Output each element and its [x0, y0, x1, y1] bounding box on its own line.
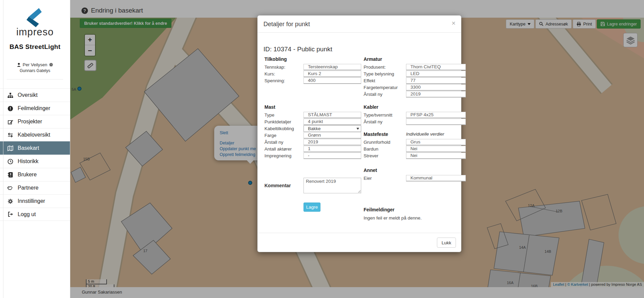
- sidebar-item-label: Kabeloversikt: [18, 132, 50, 138]
- antall-aktorer-input[interactable]: [303, 146, 361, 152]
- close-icon[interactable]: ×: [452, 20, 456, 27]
- kabler-arstall-input[interactable]: [406, 119, 466, 125]
- kabeltilkobling-select[interactable]: Bakke: [303, 125, 361, 132]
- field-label: Spenning:: [264, 78, 303, 83]
- section-title-kabler: Kabler: [364, 104, 465, 110]
- point-heading: ID: 10374 - Public punkt: [263, 46, 332, 53]
- impreso-logo-text: impreso: [0, 27, 70, 38]
- field-label: Bardun: [364, 146, 406, 152]
- field-label: Tennskap:: [264, 65, 303, 70]
- edit-icon: [7, 119, 13, 125]
- eier-input[interactable]: [406, 175, 466, 181]
- point-details-modal: Detaljer for punkt × ID: 10374 - Public …: [257, 15, 461, 252]
- armatur-arstall-input[interactable]: [406, 91, 466, 98]
- field-label: Type/tverrsnitt: [364, 112, 406, 118]
- grunnforhold-input[interactable]: [406, 139, 466, 145]
- field-row-produsent: Produsent:: [364, 64, 465, 70]
- section-title-annet: Annet: [364, 168, 465, 173]
- modal-body: ID: 10374 - Public punkt Tilkobling Tenn…: [258, 33, 461, 233]
- field-row-mast-arstall: Årstall ny: [264, 139, 363, 145]
- mast-type-input[interactable]: [303, 112, 361, 118]
- impreso-logo-icon: [24, 7, 45, 27]
- field-label: Impregnering: [264, 153, 303, 158]
- field-row-farge: Farge: [264, 132, 363, 139]
- feilmeldinger-block: Feilmeldinger Ingen feil er meldt på den…: [364, 207, 465, 221]
- field-row-effekt: Effekt: [364, 77, 465, 84]
- section-title-armatur: Armatur: [364, 56, 465, 62]
- sidebar-item-brukere[interactable]: Brukere: [0, 168, 70, 181]
- sign-out-icon: [7, 211, 13, 217]
- field-label: Antall aktører: [264, 146, 303, 152]
- field-label: Eier: [364, 176, 406, 181]
- field-row-impregnering: Impregnering: [264, 152, 363, 159]
- main-content: 5A 15B 17 12A 12B 14A 14B 16A 16B: [70, 0, 644, 298]
- section-title-mastefeste: Mastefeste Individuelle verdier: [364, 132, 465, 137]
- produsent-input[interactable]: [406, 64, 466, 70]
- sidebar-item-basekart[interactable]: Basekart: [0, 141, 70, 155]
- section-title-tilkobling: Tilkobling: [264, 56, 363, 62]
- user-line: Per Veilysen: [0, 62, 70, 67]
- modal-column-left: Tilkobling Tennskap: Kurs: Spenning: Mas…: [264, 56, 363, 212]
- sidebar-item-label: Innstillinger: [18, 198, 45, 204]
- user-name: Per Veilysen: [23, 62, 47, 67]
- sidebar-item-kabeloversikt[interactable]: Kabeloversikt: [0, 128, 70, 141]
- sidebar-edge-line: [3, 0, 3, 298]
- field-row-armatur-arstall: Årstall ny: [364, 91, 465, 98]
- field-label: Type belysning: [364, 71, 406, 76]
- modal-title: Detaljer for punkt: [263, 21, 310, 28]
- sidebar-item-label: Partnere: [18, 185, 38, 191]
- tverrsnitt-input[interactable]: [406, 112, 466, 118]
- sidebar-item-partnere[interactable]: Partnere: [0, 181, 70, 194]
- mastefeste-note: Individuelle verdier: [406, 132, 444, 137]
- kurs-input[interactable]: [303, 71, 361, 77]
- field-row-eier: Eier: [364, 175, 465, 181]
- sidebar-item-prosjekter[interactable]: Prosjekter: [0, 115, 70, 128]
- farge-input[interactable]: [303, 132, 361, 139]
- field-row-mast-type: Type: [264, 111, 363, 118]
- app-name: BAS StreetLight: [0, 43, 70, 51]
- sidebar-item-logg-ut[interactable]: Logg ut: [0, 208, 70, 221]
- type-belysning-input[interactable]: [406, 71, 466, 77]
- sidebar-item-oversikt[interactable]: Oversikt: [0, 88, 70, 102]
- kommentar-textarea[interactable]: Renovert 2019: [303, 178, 361, 193]
- field-row-tennskap: Tennskap:: [264, 64, 363, 70]
- bardun-input[interactable]: [406, 146, 466, 152]
- field-row-bardun: Bardun: [364, 145, 465, 152]
- exchange-arrows-icon: [7, 132, 13, 138]
- mast-arstall-input[interactable]: [303, 139, 361, 145]
- save-button[interactable]: Lagre: [303, 203, 320, 212]
- sidebar-item-innstillinger[interactable]: Innstillinger: [0, 194, 70, 208]
- gear-icon: [7, 198, 13, 204]
- punktdetaljer-input[interactable]: [303, 119, 361, 125]
- sidebar-nav: Oversikt Feilmeldinger Prosjekter Kabelo…: [0, 88, 70, 221]
- sidebar-item-feilmeldinger[interactable]: Feilmeldinger: [0, 102, 70, 115]
- sidebar-item-label: Oversikt: [18, 92, 38, 98]
- exclamation-circle-icon: [7, 106, 13, 111]
- tennskap-input[interactable]: [303, 64, 361, 70]
- field-row-grunnforhold: Grunnforhold: [364, 139, 465, 145]
- field-label: Årstall ny: [364, 92, 406, 97]
- sidebar-item-label: Feilmeldinger: [18, 105, 50, 111]
- impregnering-input[interactable]: [303, 153, 361, 159]
- modal-column-right: Armatur Produsent: Type belysning Effekt: [364, 56, 465, 221]
- select-caret-icon: [356, 128, 359, 130]
- field-row-kurs: Kurs:: [264, 70, 363, 77]
- sidebar-item-historikk[interactable]: Historikk: [0, 155, 70, 168]
- fargetemperatur-input[interactable]: [406, 84, 466, 91]
- kabeltilkobling-selected-value: Bakke: [308, 126, 321, 131]
- field-label: Grunnforhold: [364, 140, 406, 145]
- close-button[interactable]: Lukk: [437, 238, 456, 248]
- field-label: Kurs:: [264, 71, 303, 76]
- field-label: Strever: [364, 153, 406, 158]
- strever-input[interactable]: [406, 153, 466, 159]
- field-label: Årstall ny: [364, 119, 406, 124]
- sidebar-item-label: Logg ut: [18, 211, 36, 217]
- spenning-input[interactable]: [303, 77, 361, 84]
- effekt-input[interactable]: [406, 77, 466, 84]
- field-label: Fargetemperatur: [364, 85, 406, 90]
- field-row-type-belysning: Type belysning: [364, 70, 465, 77]
- modal-footer: Lukk: [258, 233, 461, 252]
- user-settings-gear-icon[interactable]: [49, 63, 53, 67]
- sitemap-icon: [7, 92, 13, 98]
- field-label: Type: [264, 112, 303, 118]
